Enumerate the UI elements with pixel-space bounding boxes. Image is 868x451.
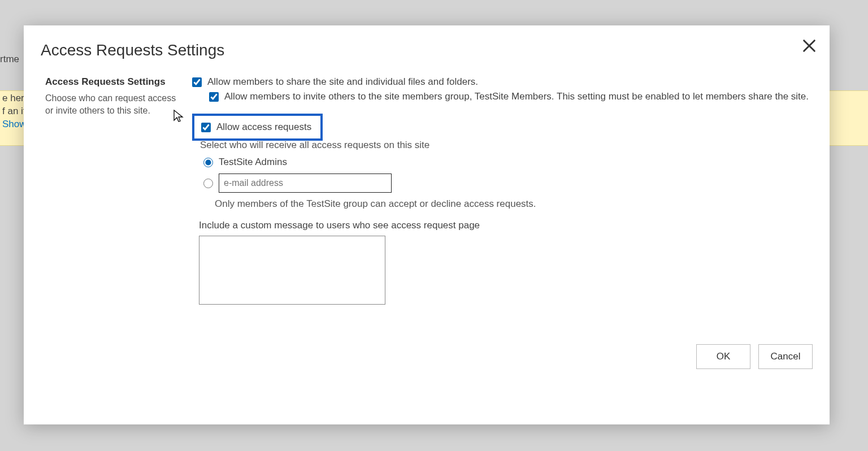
- radio-email-address[interactable]: [203, 179, 213, 188]
- custom-message-textarea[interactable]: [199, 236, 385, 305]
- highlight-allow-access: Allow access requests: [192, 114, 323, 141]
- left-description-column: Access Requests Settings Choose who can …: [41, 76, 192, 116]
- select-recipient-label: Select who will receive all access reque…: [200, 140, 813, 151]
- access-requests-dialog: Access Requests Settings Access Requests…: [24, 25, 830, 424]
- dialog-title: Access Requests Settings: [41, 41, 813, 59]
- bg-show-link[interactable]: Show: [2, 119, 27, 129]
- section-heading: Access Requests Settings: [45, 76, 181, 88]
- settings-column: Allow members to share the site and indi…: [192, 76, 813, 307]
- checkbox-allow-invite-label: Allow members to invite others to the si…: [224, 91, 809, 102]
- email-address-input[interactable]: [219, 174, 392, 193]
- access-note: Only members of the TestSite group can a…: [215, 198, 813, 210]
- custom-message-label: Include a custom message to users who se…: [199, 220, 813, 231]
- checkbox-allow-share[interactable]: [192, 77, 202, 87]
- close-icon[interactable]: [801, 38, 817, 54]
- checkbox-allow-access-requests-label: Allow access requests: [216, 122, 311, 133]
- checkbox-allow-access-requests[interactable]: [201, 123, 211, 132]
- ok-button[interactable]: OK: [696, 344, 750, 369]
- radio-testsite-admins-label: TestSite Admins: [219, 157, 287, 168]
- section-description: Choose who can request access or invite …: [45, 92, 181, 116]
- bg-text-fragment: rtme: [0, 54, 19, 65]
- checkbox-allow-share-label: Allow members to share the site and indi…: [207, 76, 478, 88]
- radio-testsite-admins[interactable]: [203, 158, 213, 167]
- cancel-button[interactable]: Cancel: [758, 344, 813, 369]
- checkbox-allow-invite[interactable]: [209, 92, 219, 102]
